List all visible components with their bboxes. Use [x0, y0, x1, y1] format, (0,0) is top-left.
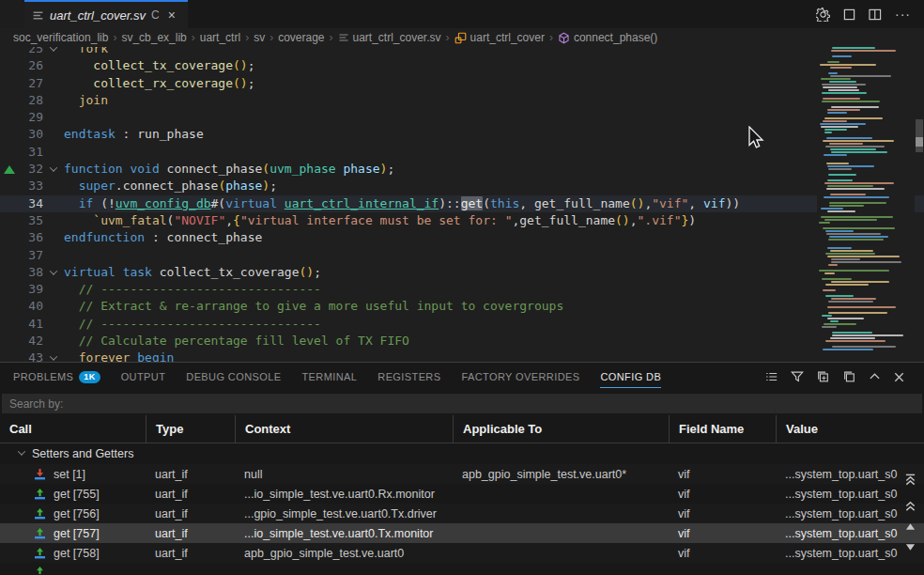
- breadcrumb-item-sv[interactable]: sv: [254, 31, 265, 44]
- column-header-type[interactable]: Type: [146, 415, 235, 443]
- cell-text: get [758]: [54, 547, 100, 560]
- cell-context: apb_gpio_simple_test.ve.uart0: [235, 543, 453, 563]
- code-line-33[interactable]: 33 super.connect_phase(phase);: [0, 178, 924, 194]
- duplicate-panel-icon[interactable]: [842, 370, 856, 383]
- code-line-43[interactable]: 43 forever begin: [0, 350, 924, 362]
- breadcrumb-item-uart-ctrl-cover-sv[interactable]: uart_ctrl_cover.sv: [338, 31, 441, 44]
- cell-text: get [755]: [54, 488, 100, 501]
- column-header-field-name[interactable]: Field Name: [669, 415, 776, 443]
- list-icon[interactable]: [764, 370, 778, 383]
- code-line-40[interactable]: 40 // Extract & re-arrange to give a mor…: [0, 298, 924, 315]
- panel-tab-factory-overrides[interactable]: FACTORY OVERRIDES: [461, 363, 579, 391]
- code-line-42[interactable]: 42 // Calculate percentage fill level of…: [0, 333, 924, 350]
- close-panel-icon[interactable]: [893, 371, 905, 383]
- code-line-41[interactable]: 41 // ------------------------------: [0, 316, 924, 333]
- code-text: collect_rx_coverage();: [64, 75, 924, 92]
- code-editor[interactable]: 25 fork26 collect_tx_coverage();27 colle…: [0, 47, 924, 362]
- scrollbar-thumb[interactable]: [916, 119, 923, 152]
- column-header-call[interactable]: Call: [0, 415, 146, 443]
- table-row-get-755-[interactable]: get [755]uart_if...io_simple_test.ve.uar…: [0, 484, 924, 504]
- panel-tab-config-db[interactable]: CONFIG DB: [600, 363, 661, 391]
- breadcrumb-item-sv-cb-ex-lib[interactable]: sv_cb_ex_lib: [121, 31, 186, 44]
- file-icon: [32, 9, 44, 22]
- breadcrumb-item-soc-verification-lib[interactable]: soc_verification_lib: [13, 31, 108, 44]
- panel-tab-problems[interactable]: PROBLEMS1K: [13, 363, 100, 391]
- fold-chevron-icon[interactable]: [43, 270, 64, 275]
- gear-icon[interactable]: [816, 8, 830, 22]
- table-row-set-1-[interactable]: set [1]uart_ifnullapb_gpio_simple_test.v…: [0, 464, 924, 484]
- minimap-line: [817, 115, 915, 117]
- row-down-button[interactable]: [901, 539, 918, 554]
- fold-chevron-icon[interactable]: [43, 166, 64, 172]
- minimap-line: [823, 86, 857, 88]
- breadcrumb-item-uart-ctrl-cover[interactable]: uart_ctrl_cover: [454, 31, 545, 44]
- code-line-31[interactable]: 31: [0, 144, 924, 161]
- table-row-partial[interactable]: [0, 563, 924, 574]
- minimap-line: [817, 191, 915, 193]
- code-line-30[interactable]: 30endtask : run_phase: [0, 126, 924, 143]
- row-up-button[interactable]: [901, 519, 918, 534]
- fold-chevron-icon[interactable]: [43, 47, 64, 52]
- code-line-26[interactable]: 26 collect_tx_coverage();: [0, 57, 924, 74]
- minimap-line: [819, 270, 889, 272]
- code-line-39[interactable]: 39 // ------------------------------: [0, 281, 924, 298]
- breadcrumb-label: coverage: [278, 31, 324, 44]
- cell-applicable-to: apb_gpio_simple_test.ve.uart0*: [453, 464, 669, 484]
- tab-uart-ctrl-cover[interactable]: uart_ctrl_cover.sv C ×: [24, 0, 188, 28]
- annotation-marker-icon[interactable]: [0, 165, 19, 174]
- code-line-38[interactable]: 38virtual task collect_tx_coverage();: [0, 264, 924, 281]
- cell-text: ...system_top.uart_s0: [785, 507, 898, 521]
- breadcrumb-item-uart-ctrl[interactable]: uart_ctrl: [200, 31, 240, 44]
- minimap-line: [829, 143, 863, 145]
- breadcrumb-item-coverage[interactable]: coverage: [278, 31, 324, 44]
- line-number: 42: [19, 333, 43, 350]
- page-up-button[interactable]: [901, 498, 918, 513]
- column-header-value[interactable]: Value: [776, 415, 924, 443]
- minimap-line: [831, 106, 879, 108]
- column-header-applicable-to[interactable]: Applicable To: [453, 415, 669, 443]
- table-row-get-758-[interactable]: get [758]uart_ifapb_gpio_simple_test.ve.…: [0, 543, 924, 563]
- filter-icon[interactable]: [791, 370, 804, 383]
- panel-tab-terminal[interactable]: TERMINAL: [301, 363, 357, 391]
- code-line-32[interactable]: 32function void connect_phase(uvm_phase …: [0, 161, 924, 178]
- tab-spacer: [0, 0, 24, 28]
- split-editor-icon[interactable]: [869, 8, 882, 21]
- group-row-setters-getters[interactable]: Setters and Getters: [0, 443, 924, 464]
- panel-tab-registers[interactable]: REGISTERS: [377, 363, 440, 391]
- search-input[interactable]: [2, 394, 922, 413]
- line-number: 26: [19, 57, 43, 74]
- minimap-line: [823, 140, 894, 142]
- code-line-34[interactable]: 34 if (!uvm_config_db#(virtual uart_ctrl…: [0, 195, 924, 212]
- chevron-up-icon[interactable]: [869, 371, 881, 382]
- fold-chevron-icon[interactable]: [43, 355, 64, 361]
- minimap-line: [830, 250, 873, 252]
- minimap-line: [829, 81, 856, 83]
- open-in-editor-icon[interactable]: [816, 370, 830, 383]
- minimap[interactable]: [817, 47, 915, 362]
- table-row-get-757-[interactable]: get [757]uart_if...io_simple_test.ve.uar…: [0, 523, 924, 543]
- code-line-36[interactable]: 36endfunction : connect_phase: [0, 229, 924, 246]
- minimap-line: [831, 261, 901, 263]
- code-line-28[interactable]: 28 join: [0, 92, 924, 109]
- file-icon: [338, 32, 349, 43]
- close-icon[interactable]: ×: [165, 7, 178, 23]
- cell-call: get [757]: [0, 523, 146, 543]
- editor-scrollbar[interactable]: [915, 47, 924, 362]
- code-line-25[interactable]: 25 fork: [0, 47, 924, 57]
- scrollbar-grip[interactable]: [916, 137, 923, 147]
- code-line-35[interactable]: 35 `uvm_fatal("NOVIF",{"virtual interfac…: [0, 212, 924, 229]
- line-number: 25: [19, 47, 43, 57]
- panel-tab-debug-console[interactable]: DEBUG CONSOLE: [186, 363, 281, 391]
- column-header-context[interactable]: Context: [235, 415, 453, 443]
- minimap-line: [827, 247, 852, 249]
- panel-tab-output[interactable]: OUTPUT: [121, 363, 166, 391]
- layout-icon[interactable]: [843, 8, 855, 21]
- more-actions-icon[interactable]: ···: [895, 7, 911, 22]
- breadcrumb-item-connect-phase-[interactable]: connect_phase(): [558, 31, 657, 44]
- code-line-37[interactable]: 37: [0, 247, 924, 264]
- code-line-29[interactable]: 29: [0, 109, 924, 126]
- table-row-get-756-[interactable]: get [756]uart_if...gpio_simple_test.ve.u…: [0, 504, 924, 523]
- breadcrumb-label: connect_phase(): [574, 31, 657, 44]
- scroll-to-top-button[interactable]: [901, 472, 918, 487]
- code-line-27[interactable]: 27 collect_rx_coverage();: [0, 75, 924, 92]
